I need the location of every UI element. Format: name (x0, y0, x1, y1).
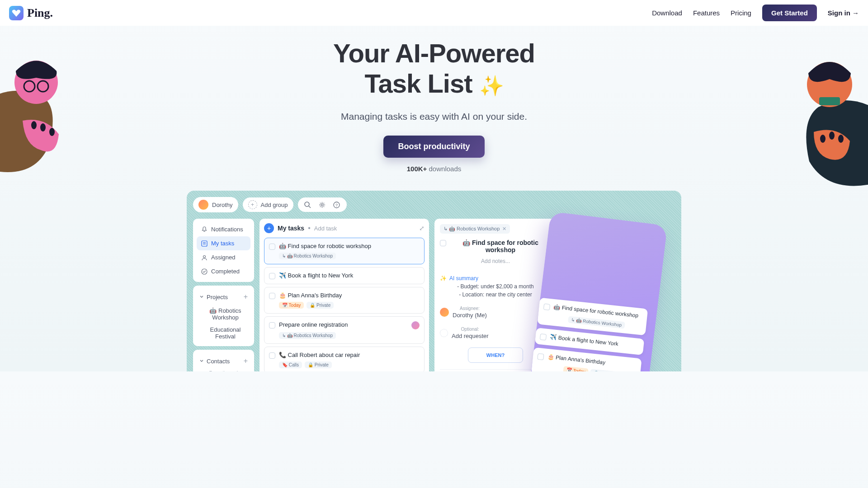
task-tag[interactable]: 🔖 Calls (279, 361, 302, 368)
sidebar-item-label: Completed (211, 268, 240, 275)
task-title: ✈️ Book a flight to New York (550, 334, 618, 347)
meta-label: Optional: (452, 327, 489, 332)
task-tag[interactable]: ↳ 🤖 Robotics Workshop (279, 253, 336, 259)
help-icon[interactable]: ? (332, 200, 341, 209)
notes-placeholder[interactable]: Add notes... (440, 258, 551, 264)
task-title: 🎂 Plan Anna's Birthday (279, 292, 342, 299)
character-left-illustration (0, 53, 72, 202)
avatar (440, 308, 449, 317)
chevron-down-icon (199, 295, 204, 299)
contacts-header[interactable]: Contacts + (197, 353, 250, 369)
user-pill[interactable]: Dorothy (193, 197, 238, 212)
breadcrumb-label: ↳ 🤖 Robotics Workshop (443, 226, 500, 232)
add-task-link[interactable]: Add task (314, 225, 337, 232)
svg-text:?: ? (335, 203, 338, 207)
app-preview: Dorothy + Add group ? Notifications (187, 191, 681, 371)
add-task-icon[interactable]: + (264, 223, 274, 233)
checkbox (540, 334, 547, 341)
sidebar-item-label: Assigned (211, 254, 235, 261)
task-item[interactable]: 🎂 Plan Anna's Birthday 📅 Today 🔒 Private (264, 287, 425, 314)
expand-icon[interactable]: ⤢ (419, 225, 425, 232)
assignee-avatar (411, 321, 420, 329)
checkbox[interactable] (440, 240, 446, 246)
task-title: 📞 Call Robert about car repair (279, 352, 360, 358)
projects-header[interactable]: Projects + (197, 289, 250, 305)
task-title: 🤖 Find space for robotic workshop (279, 243, 371, 249)
sidebar-item-assigned[interactable]: Assigned (197, 250, 250, 264)
svg-point-8 (820, 135, 826, 143)
user-icon (201, 254, 208, 261)
task-item[interactable]: 🤖 Find space for robotic workshop ↳ 🤖 Ro… (264, 238, 425, 264)
sidebar: Notifications My tasks Assigned Complete… (193, 219, 254, 371)
logo[interactable]: Ping. (9, 6, 53, 20)
recently-used-label: Recently used (197, 369, 250, 371)
panel-title: My tasks (278, 225, 304, 232)
downloads-label: downloads (429, 165, 462, 173)
ai-bullet: - Budget: under $2,000 a month (440, 283, 551, 290)
detail-title-row: 🤖 Find space for robotic workshop (440, 239, 551, 253)
sparkle-icon: ✨ (440, 275, 447, 282)
checkbox[interactable] (269, 322, 275, 328)
downloads-count: 100K+ (407, 165, 427, 173)
username: Dorothy (212, 202, 233, 208)
hero: Your AI-Powered Task List ✨ Managing tas… (0, 26, 868, 371)
when-button[interactable]: WHEN? (468, 347, 523, 363)
get-started-button[interactable]: Get Started (762, 5, 817, 21)
svg-point-20 (202, 269, 207, 274)
hero-title-l2: Task List (364, 69, 472, 98)
task-list-panel: + My tasks • Add task ⤢ 🤖 Find space for… (259, 219, 429, 371)
avatar (198, 200, 208, 210)
task-tag: ↳ 🤖 Robotics Workshop (568, 316, 625, 329)
toolbar-pill: ? (298, 197, 347, 212)
task-tag[interactable]: 📅 Today (279, 302, 304, 309)
nav-pricing[interactable]: Pricing (731, 9, 751, 17)
plus-icon[interactable]: + (244, 357, 248, 365)
hero-title: Your AI-Powered Task List ✨ (9, 38, 859, 99)
plus-icon[interactable]: + (244, 293, 248, 301)
checkbox[interactable] (269, 352, 275, 359)
boost-productivity-button[interactable]: Boost productivity (383, 136, 484, 158)
plus-icon: + (248, 200, 257, 209)
checkbox[interactable] (269, 293, 275, 299)
hero-title-l1: Your AI-Powered (333, 38, 535, 68)
sidebar-item-label: Notifications (211, 226, 243, 233)
checkbox[interactable] (269, 244, 275, 250)
top-nav: Download Features Pricing Get Started Si… (652, 5, 859, 21)
breadcrumb[interactable]: ↳ 🤖 Robotics Workshop ✕ (440, 224, 510, 234)
assignee-meta[interactable]: Assignee: Dorothy (Me) (440, 306, 551, 319)
task-item[interactable]: 📞 Call Robert about car repair 🔖 Calls 🔒… (264, 347, 425, 371)
gear-icon[interactable] (318, 200, 327, 209)
hero-subtitle: Managing tasks is easy with AI on your s… (9, 111, 859, 122)
task-tag[interactable]: 🔒 Private (307, 302, 334, 309)
project-item[interactable]: Educational Festival (197, 324, 250, 343)
sidebar-projects: Projects + 🤖 Robotics Workshop Education… (193, 286, 254, 346)
signin-link[interactable]: Sign in → (828, 9, 859, 17)
svg-point-9 (829, 131, 835, 140)
sidebar-item-notifications[interactable]: Notifications (197, 222, 250, 236)
sidebar-item-completed[interactable]: Completed (197, 264, 250, 278)
add-group-label: Add group (261, 202, 288, 208)
nav-download[interactable]: Download (652, 9, 682, 17)
svg-point-3 (49, 128, 55, 136)
close-icon[interactable]: ✕ (502, 226, 506, 232)
task-item[interactable]: ✈️ Book a flight to New York (264, 267, 425, 284)
checkbox[interactable] (269, 273, 275, 279)
task-tag[interactable]: ↳ 🤖 Robotics Workshop (279, 332, 336, 339)
sidebar-item-mytasks[interactable]: My tasks (197, 236, 250, 250)
add-group-pill[interactable]: + Add group (243, 197, 293, 212)
sidebar-main-nav: Notifications My tasks Assigned Complete… (193, 219, 254, 282)
checkbox (543, 304, 550, 310)
sidebar-contacts: Contacts + Recently used Anna (193, 350, 254, 371)
preview-topbar: Dorothy + Add group ? (193, 197, 675, 212)
search-icon[interactable] (303, 200, 312, 209)
nav-features[interactable]: Features (693, 9, 720, 17)
meta-value: Add requester (452, 333, 489, 339)
ai-bullet: - Location: near the city center (440, 291, 551, 298)
task-item[interactable]: Prepare online registration ↳ 🤖 Robotics… (264, 316, 425, 344)
project-item[interactable]: 🤖 Robotics Workshop (197, 305, 250, 324)
optional-meta[interactable]: Optional: Add requester (440, 327, 551, 339)
phone-task-list: 🤖 Find space for robotic workshop ↳ 🤖 Ro… (531, 297, 648, 371)
task-tag[interactable]: 🔒 Private (305, 361, 332, 368)
svg-line-12 (309, 206, 311, 208)
hero-cta: Boost productivity (9, 136, 859, 158)
